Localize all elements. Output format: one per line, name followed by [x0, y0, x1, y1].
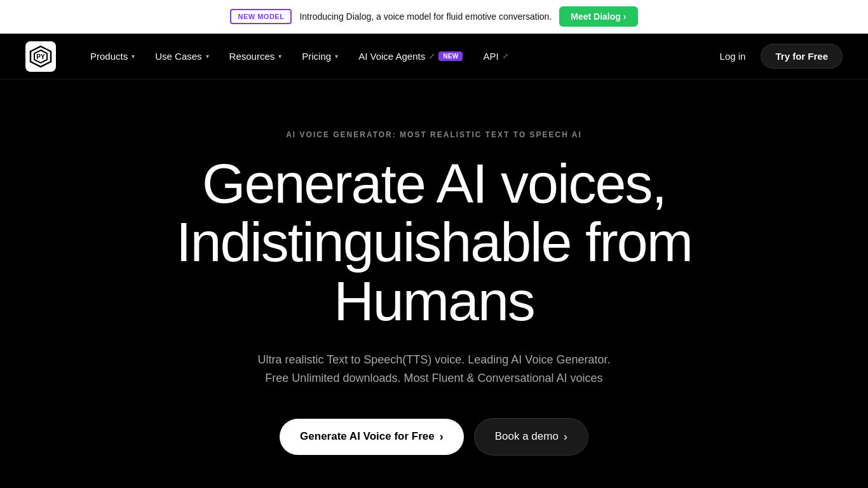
- new-model-badge: NEW MODEL: [230, 9, 292, 24]
- demo-arrow-icon: ›: [564, 430, 567, 444]
- svg-text:PY: PY: [36, 53, 45, 60]
- nav-use-cases[interactable]: Use Cases ▾: [146, 46, 217, 67]
- navbar: PY Products ▾ Use Cases ▾ Resources ▾ Pr…: [0, 34, 868, 79]
- try-free-button[interactable]: Try for Free: [761, 44, 843, 69]
- new-badge: NEW: [438, 51, 463, 61]
- announcement-text: Introducing Dialog, a voice model for fl…: [299, 11, 552, 22]
- hero-title: Generate AI voices, Indistinguishable fr…: [176, 154, 692, 330]
- generate-voice-button[interactable]: Generate AI Voice for Free ›: [280, 419, 464, 455]
- resources-chevron-icon: ▾: [278, 53, 281, 60]
- meet-dialog-button[interactable]: Meet Dialog ›: [559, 6, 637, 27]
- nav-products[interactable]: Products ▾: [81, 46, 144, 67]
- pricing-chevron-icon: ▾: [335, 53, 338, 60]
- hero-buttons: Generate AI Voice for Free › Book a demo…: [280, 418, 588, 456]
- use-cases-chevron-icon: ▾: [206, 53, 209, 60]
- nav-api[interactable]: API ⤢: [474, 46, 517, 67]
- book-demo-button[interactable]: Book a demo ›: [474, 418, 588, 456]
- nav-actions: Log in Try for Free: [712, 44, 843, 69]
- nav-pricing[interactable]: Pricing ▾: [293, 46, 347, 67]
- hero-subtitle: Ultra realistic Text to Speech(TTS) voic…: [258, 351, 611, 388]
- nav-links: Products ▾ Use Cases ▾ Resources ▾ Prici…: [81, 46, 712, 67]
- voice-agents-external-icon: ⤢: [429, 52, 435, 60]
- nav-resources[interactable]: Resources ▾: [220, 46, 291, 67]
- generate-arrow-icon: ›: [440, 430, 444, 444]
- login-button[interactable]: Log in: [712, 46, 754, 67]
- announcement-bar: NEW MODEL Introducing Dialog, a voice mo…: [0, 0, 868, 34]
- nav-ai-voice-agents[interactable]: AI Voice Agents ⤢ NEW: [349, 46, 471, 67]
- logo[interactable]: PY: [25, 41, 56, 72]
- hero-eyebrow: AI VOICE GENERATOR: MOST REALISTIC TEXT …: [286, 130, 582, 139]
- api-external-icon: ⤢: [503, 52, 508, 60]
- hero-section: AI VOICE GENERATOR: MOST REALISTIC TEXT …: [0, 79, 868, 488]
- products-chevron-icon: ▾: [132, 53, 135, 60]
